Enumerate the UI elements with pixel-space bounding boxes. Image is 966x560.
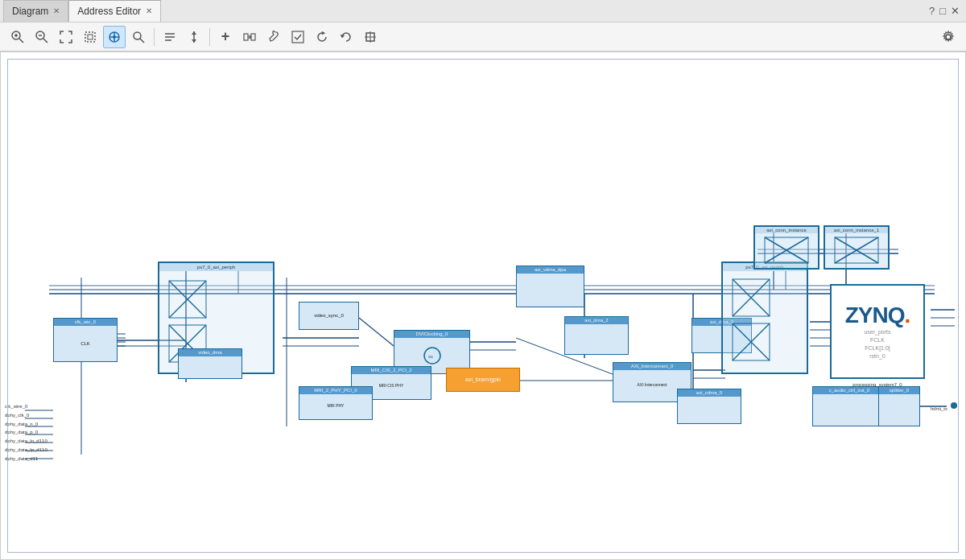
zynq-desc-line3: FCLK[1:0] — [864, 344, 890, 352]
wire-layer — [1, 52, 966, 560]
maximize-icon[interactable]: □ — [939, 5, 946, 17]
svg-line-48 — [359, 318, 394, 346]
zynq-desc-line1: user_ports — [864, 328, 890, 336]
svg-line-5 — [43, 39, 47, 43]
fit-button[interactable] — [55, 26, 77, 48]
left-ports: clk_wire_0 dphy_clk_0 dphy_data_n_0 dphy… — [5, 402, 47, 463]
video-sync-block[interactable]: video_sync_0 — [299, 302, 359, 330]
axi-bram-block[interactable]: axi_bram/gpio — [446, 368, 520, 392]
splitter-block[interactable]: splitter_0 — [878, 386, 920, 426]
toolbar-buttons: + — [6, 26, 382, 48]
svg-marker-20 — [192, 39, 196, 43]
svg-line-14 — [140, 39, 144, 43]
tab-address-editor-label: Address Editor — [77, 6, 141, 17]
zynq-ps-block[interactable]: ZYNQ. user_ports FCLK FCLK[1:0] rstn_0 — [830, 284, 925, 379]
video-dma-block[interactable]: video_dma — [178, 348, 242, 379]
validate-button[interactable] — [287, 26, 309, 48]
svg-point-30 — [946, 35, 951, 39]
wrench-button[interactable] — [262, 26, 285, 48]
svg-rect-26 — [292, 31, 303, 43]
toolbar-right — [937, 26, 960, 48]
zoom-in-button[interactable] — [6, 26, 29, 48]
svg-marker-19 — [192, 31, 196, 35]
window-controls: ? □ ✕ — [929, 5, 966, 17]
undo-button[interactable] — [335, 26, 357, 48]
search-button[interactable] — [127, 26, 150, 48]
zynq-desc-line4: rstn_0 — [864, 352, 890, 360]
zynq-name-label: processing_system7_0 — [830, 382, 925, 387]
tabs-container: Diagram ✕ Address Editor ✕ — [3, 0, 161, 22]
tab-diagram-label: Diagram — [12, 6, 48, 17]
separator-2 — [209, 28, 210, 46]
crop-button[interactable] — [359, 26, 382, 48]
align-button[interactable] — [159, 26, 181, 48]
close-window-icon[interactable]: ✕ — [951, 5, 960, 17]
distribute-button[interactable] — [183, 26, 205, 48]
help-icon[interactable]: ? — [929, 5, 935, 17]
svg-point-12 — [113, 35, 116, 39]
svg-text:∞: ∞ — [428, 353, 433, 360]
mri-phy-block[interactable]: MRI_2_PHY_PCI_0 MRI PHY — [299, 386, 373, 420]
axi-dma-2-block[interactable]: axi_dma_2 — [564, 316, 629, 355]
diagram-border — [7, 59, 959, 553]
separator-1 — [154, 28, 155, 46]
axi-conn-2-block[interactable]: axi_conn_instance_1 — [824, 225, 890, 270]
toolbar: + — [0, 23, 966, 51]
axi-cdma-block[interactable]: axi_cdma_0 — [677, 389, 741, 424]
tab-address-editor[interactable]: Address Editor ✕ — [68, 0, 161, 22]
tab-bar: Diagram ✕ Address Editor ✕ ? □ ✕ — [0, 0, 966, 23]
clk-wiz-block[interactable]: clk_wiz_0 CLK — [53, 318, 118, 362]
right-axi-interconnect-block[interactable]: ps7_0_axi_periph — [721, 261, 808, 374]
zynq-label: ZYNQ. — [845, 303, 910, 328]
svg-rect-8 — [88, 35, 93, 39]
refresh-button[interactable] — [311, 26, 333, 48]
hand-tool-button[interactable] — [103, 26, 126, 48]
diagram-canvas[interactable]: clk_wire_0 dphy_clk_0 dphy_data_n_0 dphy… — [0, 51, 966, 560]
c-audio-block[interactable]: c_audio_ctrl_out_0 — [812, 386, 886, 426]
tab-diagram-close[interactable]: ✕ — [53, 7, 60, 15]
svg-rect-21 — [244, 34, 248, 40]
hdmi-tx-label: hdmi_tx — [931, 406, 947, 411]
add-button[interactable]: + — [214, 26, 237, 48]
svg-line-1 — [19, 39, 23, 43]
svg-point-13 — [134, 32, 141, 39]
svg-rect-7 — [85, 32, 95, 42]
settings-button[interactable] — [937, 26, 960, 48]
select-button[interactable] — [79, 26, 101, 48]
axi-vdma-dpa-block[interactable]: axi_vdma_dpa — [516, 266, 584, 307]
connect-button[interactable] — [238, 26, 261, 48]
tab-diagram[interactable]: Diagram ✕ — [3, 0, 68, 22]
svg-rect-22 — [251, 34, 255, 40]
zynq-desc-line2: FCLK — [864, 336, 890, 344]
axi-conn-1-block[interactable]: axi_conn_instance — [753, 225, 819, 270]
tab-address-editor-close[interactable]: ✕ — [146, 7, 152, 15]
zoom-out-button[interactable] — [31, 26, 53, 48]
right-port-dot — [951, 402, 957, 409]
